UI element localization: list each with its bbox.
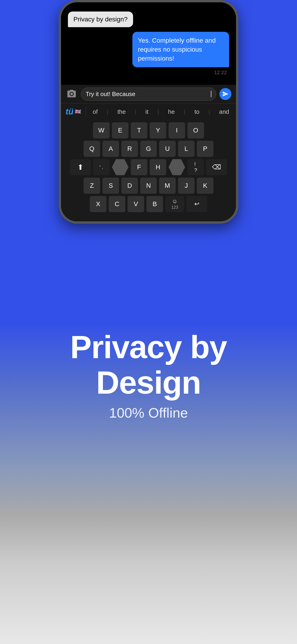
key-q[interactable]: Q [84, 141, 100, 157]
key-row-5: X C V B ☺ 123 ↩ [63, 196, 234, 212]
key-o[interactable]: O [188, 122, 204, 138]
key-n[interactable]: N [140, 178, 157, 194]
divider-2: | [135, 108, 136, 115]
message-timestamp: 12:22 [68, 70, 229, 76]
emoji-123-key[interactable]: ☺ 123 [165, 196, 184, 212]
key-i[interactable]: I [168, 122, 185, 138]
key-x[interactable]: X [90, 196, 106, 212]
shift-key[interactable]: ⬆ [70, 159, 91, 175]
autocomplete-word-4[interactable]: he [164, 108, 179, 116]
autocomplete-word-5[interactable]: to [190, 108, 204, 116]
key-row-1: W E T Y I O [63, 122, 234, 138]
backspace-key[interactable]: ⌫ [206, 159, 227, 175]
autocomplete-word-6[interactable]: and [214, 108, 234, 116]
key-punct-right[interactable]: !? [188, 159, 204, 175]
key-w[interactable]: W [93, 122, 110, 138]
key-hex-left[interactable] [112, 159, 128, 175]
key-g[interactable]: G [140, 141, 157, 157]
divider-3: | [158, 108, 159, 115]
phone-screen: Privacy by design? Yes. Completely offli… [61, 2, 236, 221]
flag-icon: 🇬🇧 [75, 109, 81, 115]
phone-frame: Privacy by design? Yes. Completely offli… [59, 0, 238, 224]
key-t[interactable]: T [131, 122, 147, 138]
send-icon [222, 91, 228, 97]
headline: Privacy by Design [23, 329, 274, 400]
keyboard: W E T Y I O Q A R G U L P [61, 120, 236, 221]
autocomplete-word-1[interactable]: of [88, 108, 102, 116]
autocomplete-bar: tü 🇬🇧 of | the | it | he | to | and [61, 104, 236, 120]
return-key[interactable]: ↩ [186, 196, 207, 212]
autocomplete-word-2[interactable]: the [113, 108, 130, 116]
input-text-value: Try it out! Because [86, 90, 208, 98]
keyboard-logo: tü 🇬🇧 [61, 107, 86, 116]
emoji-icon: ☺ [172, 198, 178, 204]
headline-line2: Design [96, 364, 201, 400]
key-f[interactable]: F [131, 159, 147, 175]
key-y[interactable]: Y [150, 122, 166, 138]
text-cursor [211, 91, 211, 97]
received-bubble: Privacy by design? [68, 12, 133, 27]
divider-1: | [107, 108, 108, 115]
key-l[interactable]: L [178, 141, 194, 157]
camera-icon[interactable] [66, 88, 78, 100]
key-row-4: Z S D N M J K [63, 178, 234, 194]
divider-5: | [208, 108, 210, 115]
key-c[interactable]: C [109, 196, 125, 212]
text-input-field[interactable]: Try it out! Because [81, 88, 216, 101]
sent-message-text: Yes. Completely offline and requires no … [138, 37, 216, 62]
headline-line1: Privacy by [70, 329, 227, 365]
key-s[interactable]: S [102, 178, 119, 194]
key-e[interactable]: E [112, 122, 128, 138]
autocomplete-words: of | the | it | he | to | and [86, 108, 236, 116]
camera-svg [66, 89, 77, 99]
key-j[interactable]: J [178, 178, 194, 194]
key-hex-right[interactable] [168, 159, 185, 175]
sent-bubble: Yes. Completely offline and requires no … [132, 32, 229, 67]
key-a[interactable]: A [102, 141, 119, 157]
send-button[interactable] [220, 88, 232, 100]
key-b[interactable]: B [146, 196, 163, 212]
key-r[interactable]: R [121, 141, 138, 157]
input-bar: Try it out! Because [61, 85, 236, 104]
key-z[interactable]: Z [84, 178, 100, 194]
key-p[interactable]: P [197, 141, 214, 157]
key-punct-left[interactable]: ' . [93, 159, 110, 175]
key-row-2: Q A R G U L P [63, 141, 234, 157]
key-m[interactable]: M [159, 178, 176, 194]
text-content-section: Privacy by Design 100% Offline [0, 329, 297, 421]
key-h[interactable]: H [150, 159, 166, 175]
keyboard-logo-text: tü [66, 107, 74, 116]
phone-mockup: Privacy by design? Yes. Completely offli… [59, 0, 238, 224]
messages-area: Privacy by design? Yes. Completely offli… [61, 2, 236, 85]
key-v[interactable]: V [128, 196, 144, 212]
key-u[interactable]: U [159, 141, 176, 157]
sent-bubble-wrapper: Yes. Completely offline and requires no … [68, 32, 229, 67]
received-message-text: Privacy by design? [74, 16, 128, 23]
divider-4: | [184, 108, 185, 115]
key-k[interactable]: K [197, 178, 214, 194]
key-d[interactable]: D [121, 178, 138, 194]
subheadline: 100% Offline [23, 405, 274, 421]
key-row-3: ⬆ ' . F H !? ⌫ [63, 159, 234, 175]
num-label: 123 [171, 205, 178, 210]
autocomplete-word-3[interactable]: it [141, 108, 153, 116]
